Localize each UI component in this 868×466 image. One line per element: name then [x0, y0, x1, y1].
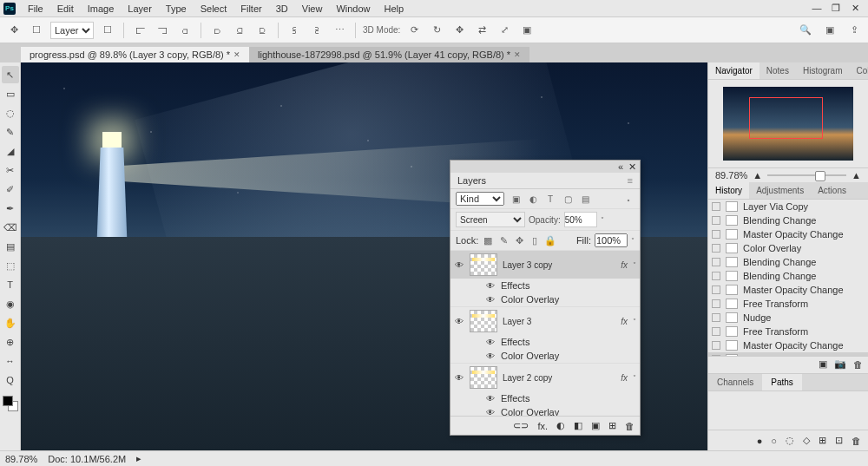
zoom-slider[interactable] — [767, 174, 846, 176]
layer-thumbnail[interactable] — [470, 253, 497, 276]
tab-channels[interactable]: Channels — [708, 374, 762, 391]
blend-mode-dropdown[interactable]: Screen — [456, 212, 525, 227]
layer-name[interactable]: Layer 3 copy — [503, 260, 615, 270]
fill-input[interactable] — [595, 233, 628, 247]
gradient-tool[interactable]: ▤ — [2, 238, 19, 255]
layer-item[interactable]: 👁Layer 3 copyfx˅👁Effects👁Color Overlay — [450, 251, 640, 307]
orbit-3d-icon[interactable]: ⟳ — [405, 22, 423, 39]
align-right-icon[interactable]: ⫏ — [176, 22, 194, 39]
layer-item[interactable]: 👁Layer 3fx˅👁Effects👁Color Overlay — [450, 307, 640, 364]
lock-all-icon[interactable]: 🔒 — [544, 235, 556, 246]
link-layers-icon[interactable]: ⊂⊃ — [513, 420, 529, 431]
navigator-thumbnail[interactable] — [723, 87, 853, 161]
layer-name[interactable]: Layer 2 copy — [503, 373, 615, 383]
align-top-icon[interactable]: ⫐ — [208, 22, 226, 39]
lock-position-icon[interactable]: ✥ — [513, 235, 525, 246]
history-checkbox[interactable] — [712, 313, 720, 322]
document-tab-1[interactable]: progress.psd @ 89.8% (Layer 3 copy, RGB/… — [21, 47, 249, 62]
color-overlay-label[interactable]: Color Overlay — [501, 351, 559, 361]
menu-image[interactable]: Image — [81, 2, 122, 16]
layer-fx-icon[interactable]: fx. — [537, 421, 548, 431]
status-arrow-icon[interactable]: ▸ — [136, 453, 141, 464]
camera-3d-icon[interactable]: ▣ — [518, 22, 536, 39]
menu-edit[interactable]: Edit — [50, 2, 81, 16]
tab-navigator[interactable]: Navigator — [708, 62, 760, 79]
lock-artboard-icon[interactable]: ▯ — [529, 235, 541, 246]
filter-toggle-icon[interactable]: ⬩ — [622, 193, 635, 205]
history-item[interactable]: Layer Via Copy — [708, 200, 868, 213]
color-overlay-label[interactable]: Color Overlay — [501, 407, 559, 416]
layer-comp-icon[interactable]: ▣ — [819, 358, 827, 370]
more-options-icon[interactable]: ⋯ — [331, 22, 348, 39]
crop-tool[interactable]: ◢ — [2, 142, 19, 160]
menu-filter[interactable]: Filter — [233, 2, 268, 16]
status-doc[interactable]: Doc: 10.1M/56.2M — [48, 454, 126, 464]
layer-mask-icon[interactable]: ◐ — [556, 420, 565, 431]
color-overlay-label[interactable]: Color Overlay — [501, 294, 559, 305]
filter-kind-dropdown[interactable]: Kind — [456, 192, 504, 206]
move-tool[interactable]: ↖ — [2, 66, 19, 83]
tab-adjustments[interactable]: Adjustments — [749, 182, 811, 199]
move-tool-icon[interactable]: ✥ — [5, 22, 23, 39]
history-item[interactable]: Blending Change — [708, 213, 868, 227]
color-swatches[interactable] — [3, 396, 18, 411]
filter-smart-icon[interactable]: ▤ — [579, 193, 591, 205]
close-icon[interactable]: ✕ — [628, 161, 636, 173]
chevron-down-icon[interactable]: ˅ — [633, 261, 636, 269]
new-layer-icon[interactable]: ⊞ — [608, 420, 616, 431]
history-item[interactable]: Free Transform — [708, 297, 868, 311]
visibility-icon[interactable]: 👁 — [485, 281, 496, 291]
lasso-tool[interactable]: ◌ — [2, 104, 19, 121]
share-icon[interactable]: ⇪ — [845, 22, 863, 39]
auto-select-dropdown[interactable]: Layer — [50, 22, 94, 39]
history-item[interactable]: Master Opacity Change — [708, 227, 868, 241]
history-item[interactable]: Free Transform — [708, 325, 868, 338]
trash-icon[interactable]: 🗑 — [625, 421, 635, 431]
hand-tool[interactable]: ✋ — [2, 314, 19, 331]
layer-name[interactable]: Layer 3 — [503, 317, 615, 326]
close-icon[interactable]: ✕ — [514, 50, 521, 59]
pen-tool[interactable]: ✒ — [2, 200, 19, 217]
menu-type[interactable]: Type — [159, 2, 194, 16]
history-item[interactable]: Blending Change — [708, 255, 868, 269]
filter-adjust-icon[interactable]: ◐ — [527, 193, 539, 205]
align-center-h-icon[interactable]: ⫎ — [154, 22, 171, 39]
auto-select-checkbox[interactable]: ☐ — [28, 22, 45, 39]
panel-menu-icon[interactable]: ≡ — [628, 175, 633, 186]
foreground-color[interactable] — [3, 396, 13, 406]
history-checkbox[interactable] — [712, 327, 720, 336]
history-checkbox[interactable] — [712, 286, 720, 294]
stroke-path-icon[interactable]: ○ — [771, 436, 777, 446]
distribute-v-icon[interactable]: ⫔ — [308, 22, 326, 39]
visibility-icon[interactable]: 👁 — [454, 317, 464, 326]
history-item[interactable]: Nudge — [708, 311, 868, 325]
menu-window[interactable]: Window — [329, 2, 377, 16]
mask-path-icon[interactable]: ◇ — [803, 435, 810, 446]
tab-histogram[interactable]: Histogram — [796, 62, 850, 79]
type-tool[interactable]: T — [2, 276, 19, 293]
tab-notes[interactable]: Notes — [760, 62, 796, 79]
transform-controls-checkbox[interactable]: ☐ — [99, 22, 116, 39]
new-path-icon[interactable]: ⊞ — [819, 435, 826, 446]
quick-select-tool[interactable]: ✎ — [2, 123, 19, 141]
menu-view[interactable]: View — [295, 2, 330, 16]
visibility-icon[interactable]: 👁 — [485, 351, 496, 361]
lock-image-icon[interactable]: ✎ — [497, 235, 510, 246]
menu-file[interactable]: File — [21, 2, 50, 16]
history-checkbox[interactable] — [712, 216, 720, 225]
filter-type-icon[interactable]: T — [544, 193, 556, 205]
selection-path-icon[interactable]: ◌ — [786, 435, 794, 446]
layer-thumbnail[interactable] — [470, 366, 497, 389]
collapse-icon[interactable]: « — [618, 161, 623, 172]
history-checkbox[interactable] — [712, 272, 720, 280]
link-path-icon[interactable]: ⊡ — [835, 435, 843, 446]
zoom-in-icon[interactable]: ▲ — [852, 170, 861, 180]
eraser-tool[interactable]: ⌫ — [2, 219, 19, 236]
visibility-icon[interactable]: 👁 — [485, 338, 496, 347]
align-bottom-icon[interactable]: ⫒ — [253, 22, 271, 39]
shape-tool[interactable]: ⬚ — [2, 257, 19, 274]
search-icon[interactable]: 🔍 — [797, 22, 814, 39]
history-item[interactable]: Color Overlay — [708, 241, 868, 255]
history-checkbox[interactable] — [712, 258, 720, 266]
tab-history[interactable]: History — [708, 182, 749, 199]
